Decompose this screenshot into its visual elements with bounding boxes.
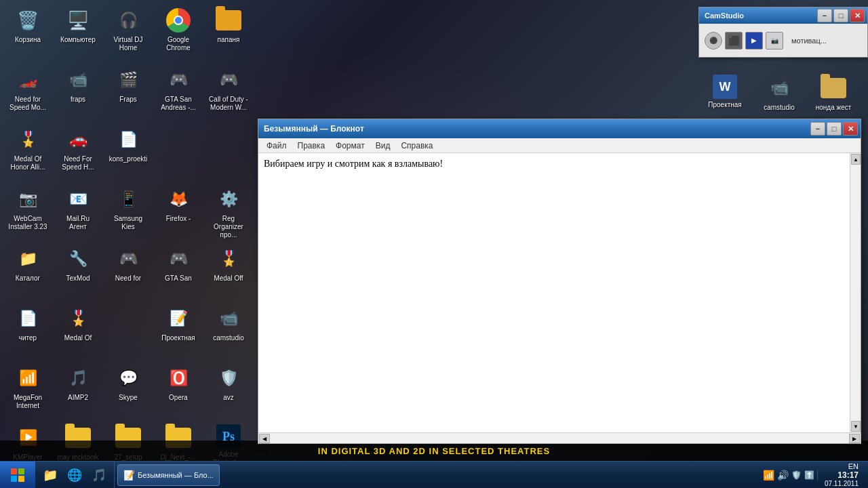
megafon-icon: 📶 — [14, 365, 41, 392]
icon-texmod-label: TexMod — [66, 274, 90, 283]
theater-text: IN DIGITAL 3D AND 2D IN SELECTED THEATRE… — [318, 446, 550, 456]
icon-virtualDJ[interactable]: 🎧 Virtual DJ Home — [104, 4, 152, 64]
windows-logo-icon — [11, 468, 24, 482]
icon-webcam[interactable]: 📷 WebCam Installer 3.23 — [4, 183, 52, 243]
icon-opera[interactable]: 🅾️ Opera — [155, 362, 202, 422]
notepad-menu-help[interactable]: Справка — [395, 140, 438, 152]
icon-texmod[interactable]: 🔧 TexMod — [54, 243, 102, 302]
icon-camstudio-right-label: camstudio — [764, 104, 795, 112]
icon-empty2 — [205, 123, 252, 183]
camstudio-minimize-button[interactable]: − — [817, 9, 832, 22]
icon-katalog[interactable]: 📁 Каталог — [4, 243, 52, 302]
notepad-text[interactable]: Вибираем игру и смотрим как я взламываю! — [258, 153, 850, 432]
taskbar-date: 07.11.2011 — [825, 480, 859, 487]
mailru-icon: 📧 — [64, 186, 92, 213]
icon-gtaSA[interactable]: 🎮 GTA San Andreas -... — [155, 64, 202, 123]
camstudio-label: мотивац... — [791, 37, 827, 45]
icon-computer[interactable]: 🖥️ Компьютер — [54, 4, 102, 64]
camstudio-btn3[interactable]: ▶ — [745, 32, 763, 49]
firefox-icon: 🦊 — [165, 186, 192, 213]
icon-proektnaya[interactable]: 📝 Проектная — [155, 302, 202, 362]
honda-right-icon — [820, 75, 847, 102]
word-right-icon: W — [713, 75, 737, 99]
taskbar-notepad-button[interactable]: 📝 Безымянный — Бло... — [117, 464, 220, 486]
icon-mailru[interactable]: 📧 Mail.Ru Агент — [54, 183, 102, 243]
medalOf-icon: 🎖️ — [64, 305, 92, 332]
icon-kons-label: kons_proekti — [109, 155, 148, 163]
notepad-menu-edit[interactable]: Правка — [292, 140, 331, 152]
taskbar-media-icon[interactable]: 🎵 — [87, 463, 111, 487]
notepad-menu-file[interactable]: Файл — [261, 140, 292, 152]
icon-camstudio2-label: camstudio — [213, 334, 244, 342]
icon-nfs2-label: Need For Speed H... — [57, 155, 99, 171]
icon-papanya-label: папаня — [218, 36, 240, 44]
notepad-taskbar-label: Безымянный — Бло... — [138, 471, 214, 479]
taskbar-quicklaunch: 📁 🌐 🎵 — [35, 462, 115, 489]
icon-needfor[interactable]: 🎮 Need for — [104, 243, 152, 302]
notepad-hscrollbar[interactable]: ◀ ▶ — [258, 432, 861, 443]
icon-nfsMW[interactable]: 🏎️ Need for Speed Mo... — [4, 64, 52, 123]
icon-aimp[interactable]: 🎵 AIMP2 — [54, 362, 102, 422]
camstudio2-icon: 📹 — [215, 305, 242, 332]
icon-firefox[interactable]: 🦊 Firefox - — [155, 183, 202, 243]
camstudio-close-button[interactable]: ✕ — [850, 9, 865, 22]
texmod-icon: 🔧 — [64, 245, 92, 272]
tray-security-icon[interactable]: 🛡️ — [791, 470, 802, 480]
icon-chrome[interactable]: Google Chrome — [155, 4, 202, 64]
taskbar-tray: 📶 🔊 🛡️ ⬆️ EN 13:17 07.11.2011 — [755, 462, 868, 487]
kons-icon: 📄 — [115, 126, 142, 153]
camstudio-btn4[interactable]: 📷 — [766, 32, 783, 49]
icon-virtualDJ-label: Virtual DJ Home — [107, 36, 149, 52]
camstudio-window: CamStudio − □ ✕ ⚫ ⬛ ▶ 📷 мотивац... — [698, 7, 868, 58]
icon-samsung[interactable]: 📱 Samsung Kies — [104, 183, 152, 243]
icon-fraps1[interactable]: 📹 fraps — [54, 64, 102, 123]
taskbar-start-button[interactable] — [0, 462, 35, 489]
taskbar: 📁 🌐 🎵 📝 Безымянный — Бло... 📶 🔊 🛡️ — [0, 461, 868, 488]
icon-nfs2[interactable]: 🚗 Need For Speed H... — [54, 123, 102, 183]
nfsMW-icon: 🏎️ — [14, 66, 41, 94]
icon-medal-label: Medal Of Honor Alli... — [7, 155, 49, 171]
icon-kons[interactable]: 📄 kons_proekti — [104, 123, 152, 183]
papanya-icon — [215, 7, 242, 34]
notepad-maximize-button[interactable]: □ — [827, 122, 842, 136]
tray-update-icon[interactable]: ⬆️ — [804, 470, 814, 480]
webcam-icon: 📷 — [14, 186, 41, 213]
virtualDJ-icon: 🎧 — [115, 7, 142, 34]
recycle-icon: 🗑️ — [14, 7, 41, 34]
skype-icon: 💬 — [115, 365, 142, 392]
notepad-close-button[interactable]: ✕ — [843, 122, 858, 136]
icon-fraps2[interactable]: 🎬 Fraps — [104, 64, 152, 123]
notepad-titlebar: Безымянный — Блокнот − □ ✕ — [258, 119, 861, 138]
samsung-icon: 📱 — [115, 186, 142, 213]
camstudio-maximize-button[interactable]: □ — [833, 9, 848, 22]
icon-reg[interactable]: ⚙️ Reg Organizer про... — [205, 183, 252, 243]
icon-medal[interactable]: 🎖️ Medal Of Honor Alli... — [4, 123, 52, 183]
icon-honda-right-label: нонда жест — [816, 104, 852, 112]
notepad-minimize-button[interactable]: − — [810, 122, 825, 136]
notepad-menu-view[interactable]: Вид — [370, 140, 396, 152]
icon-medalOff[interactable]: 🎖️ Medal Off — [205, 243, 252, 302]
icon-megafon[interactable]: 📶 MegaFon Internet — [4, 362, 52, 422]
icon-skype[interactable]: 💬 Skype — [104, 362, 152, 422]
icon-cod[interactable]: 🎮 Call of Duty - Modern W... — [205, 64, 252, 123]
tray-volume-icon[interactable]: 🔊 — [777, 470, 789, 481]
desktop: CamStudio − □ ✕ ⚫ ⬛ ▶ 📷 мотивац... 🗑️ Ко… — [0, 0, 868, 488]
camstudio-record-button[interactable]: ⚫ — [705, 32, 722, 49]
notepad-scrollbar[interactable]: ▲ ▼ — [850, 153, 861, 432]
notepad-menu-format[interactable]: Формат — [330, 140, 370, 152]
tray-network-icon[interactable]: 📶 — [763, 470, 774, 481]
camstudio-btn2[interactable]: ⬛ — [725, 32, 743, 49]
icon-chiter[interactable]: 📄 читер — [4, 302, 52, 362]
icon-papanya[interactable]: папаня — [205, 4, 252, 64]
icon-chrome-label: Google Chrome — [157, 36, 199, 52]
icon-medalOff-label: Medal Off — [214, 274, 243, 283]
icon-camstudio2[interactable]: 📹 camstudio — [205, 302, 252, 362]
icon-medalOf[interactable]: 🎖️ Medal Of — [54, 302, 102, 362]
icon-computer-label: Компьютер — [60, 36, 96, 44]
taskbar-explorer-icon[interactable]: 📁 — [38, 463, 62, 487]
icon-gtaSan2[interactable]: 🎮 GTA San — [155, 243, 202, 302]
icon-avz[interactable]: 🛡️ avz — [205, 362, 252, 422]
icon-recycle[interactable]: 🗑️ Корзина — [4, 4, 52, 64]
notepad-window-controls: − □ ✕ — [810, 122, 858, 136]
taskbar-ie-icon[interactable]: 🌐 — [62, 463, 87, 487]
